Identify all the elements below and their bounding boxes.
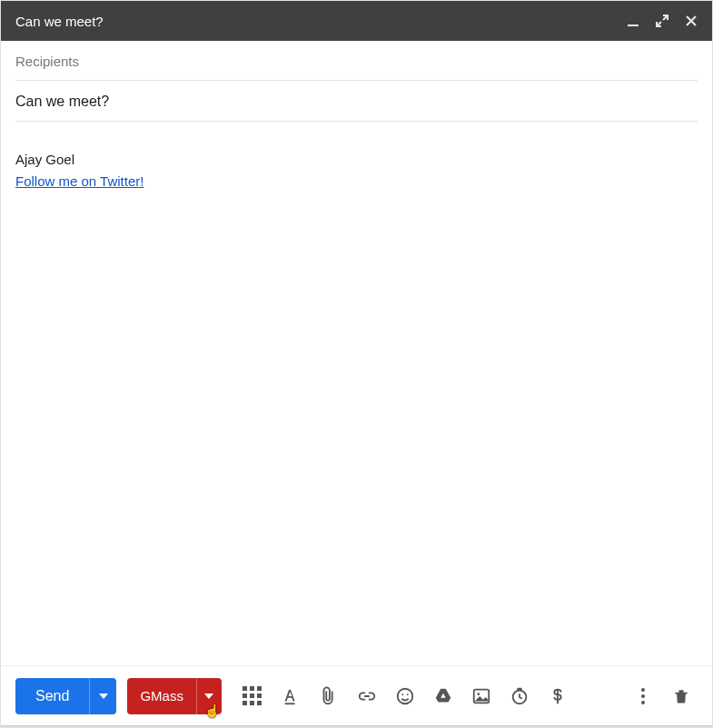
cursor-pointer-icon: ☝ bbox=[204, 703, 220, 718]
recipients-field[interactable]: Recipients bbox=[15, 41, 698, 81]
svg-rect-1 bbox=[284, 703, 294, 704]
more-options-icon[interactable] bbox=[627, 680, 659, 713]
subject-text: Can we meet? bbox=[15, 93, 109, 109]
formatting-icon[interactable] bbox=[274, 680, 307, 713]
twitter-link[interactable]: Follow me on Twitter! bbox=[15, 173, 144, 189]
image-icon[interactable] bbox=[465, 680, 498, 713]
svg-rect-8 bbox=[517, 687, 522, 690]
recipients-placeholder: Recipients bbox=[15, 54, 79, 69]
svg-rect-0 bbox=[628, 25, 639, 26]
emoji-icon[interactable] bbox=[389, 680, 421, 713]
chevron-down-icon bbox=[99, 694, 108, 699]
fullscreen-icon[interactable] bbox=[656, 15, 668, 27]
compose-toolbar: Send GMass ☝ bbox=[1, 665, 712, 725]
link-icon[interactable] bbox=[351, 680, 383, 713]
email-body[interactable]: Ajay Goel Follow me on Twitter! bbox=[1, 122, 712, 665]
gmass-dropdown-button[interactable]: ☝ bbox=[196, 678, 222, 714]
close-icon[interactable] bbox=[685, 15, 698, 27]
svg-point-6 bbox=[477, 693, 480, 695]
gmass-button-group: GMass ☝ bbox=[127, 678, 222, 714]
titlebar: Can we meet? bbox=[1, 1, 712, 41]
svg-point-3 bbox=[401, 694, 403, 695]
subject-field[interactable]: Can we meet? bbox=[15, 81, 698, 122]
trash-icon[interactable] bbox=[665, 680, 698, 713]
compose-window: Can we meet? Recipients Can we meet? Aja… bbox=[0, 0, 713, 728]
send-button[interactable]: Send bbox=[15, 678, 89, 714]
header-fields: Recipients Can we meet? bbox=[1, 41, 712, 122]
drive-icon[interactable] bbox=[427, 680, 460, 713]
signature-name: Ajay Goel bbox=[15, 149, 698, 171]
svg-point-4 bbox=[407, 694, 409, 695]
dollar-icon[interactable] bbox=[541, 680, 574, 713]
attach-icon[interactable] bbox=[312, 680, 345, 713]
bottom-edge bbox=[1, 725, 712, 727]
chevron-down-icon bbox=[204, 694, 213, 699]
apps-grid-icon[interactable] bbox=[236, 680, 269, 713]
window-title: Can we meet? bbox=[15, 14, 104, 29]
gmass-button[interactable]: GMass bbox=[127, 678, 196, 714]
send-button-group: Send bbox=[15, 678, 116, 714]
minimize-icon[interactable] bbox=[627, 15, 639, 27]
confidential-mode-icon[interactable] bbox=[503, 680, 536, 713]
svg-point-2 bbox=[398, 688, 413, 703]
window-controls bbox=[627, 15, 698, 27]
send-dropdown-button[interactable] bbox=[89, 678, 116, 714]
